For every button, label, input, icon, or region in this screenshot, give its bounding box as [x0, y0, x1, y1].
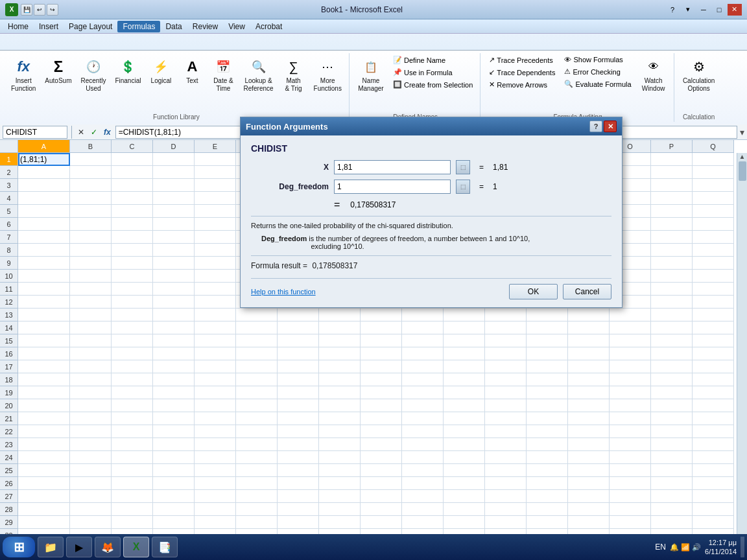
cell-j26[interactable]: [402, 477, 444, 490]
cell-b25[interactable]: [70, 464, 112, 477]
cell-k15[interactable]: [444, 334, 485, 347]
use-in-formula-button[interactable]: 📌 Use in Formula: [390, 67, 476, 78]
cell-o26[interactable]: [610, 477, 651, 490]
row-header-16[interactable]: 16: [0, 347, 18, 360]
cell-c20[interactable]: [112, 399, 153, 412]
cell-f19[interactable]: [236, 386, 278, 399]
cell-f26[interactable]: [236, 477, 278, 490]
cell-k13[interactable]: [444, 309, 485, 321]
cell-b23[interactable]: [70, 438, 112, 451]
cell-i25[interactable]: [361, 464, 402, 477]
cell-b4[interactable]: [70, 192, 112, 205]
cell-l21[interactable]: [485, 412, 527, 425]
cell-p13[interactable]: [651, 309, 693, 321]
cell-h21[interactable]: [319, 412, 361, 425]
cell-l19[interactable]: [485, 386, 527, 399]
cell-l27[interactable]: [485, 490, 527, 503]
cell-p3[interactable]: [651, 179, 693, 192]
cell-b22[interactable]: [70, 425, 112, 438]
cell-e23[interactable]: [195, 438, 236, 451]
cell-a29[interactable]: [18, 516, 70, 529]
cell-j24[interactable]: [402, 451, 444, 464]
cell-l17[interactable]: [485, 360, 527, 373]
cell-d18[interactable]: [153, 373, 195, 386]
trace-dependents-button[interactable]: ↙ Trace Dependents: [486, 67, 558, 78]
cell-f23[interactable]: [236, 438, 278, 451]
col-header-q[interactable]: Q: [693, 140, 734, 153]
cell-b15[interactable]: [70, 334, 112, 347]
menu-formulas[interactable]: Formulas: [117, 21, 160, 32]
cell-g26[interactable]: [278, 477, 319, 490]
cell-k19[interactable]: [444, 386, 485, 399]
cell-b26[interactable]: [70, 477, 112, 490]
cell-f20[interactable]: [236, 399, 278, 412]
cell-e17[interactable]: [195, 360, 236, 373]
cell-k20[interactable]: [444, 399, 485, 412]
cell-e1[interactable]: [195, 153, 236, 166]
cell-o20[interactable]: [610, 399, 651, 412]
cell-q19[interactable]: [693, 386, 734, 399]
cell-e28[interactable]: [195, 503, 236, 516]
cell-k27[interactable]: [444, 490, 485, 503]
cell-k25[interactable]: [444, 464, 485, 477]
row-header-22[interactable]: 22: [0, 425, 18, 438]
cell-c21[interactable]: [112, 412, 153, 425]
cell-a11[interactable]: [18, 283, 70, 296]
row-header-28[interactable]: 28: [0, 503, 18, 516]
cell-j25[interactable]: [402, 464, 444, 477]
cell-k21[interactable]: [444, 412, 485, 425]
menu-insert[interactable]: Insert: [34, 21, 64, 32]
cell-i18[interactable]: [361, 373, 402, 386]
cell-i20[interactable]: [361, 399, 402, 412]
cell-n15[interactable]: [568, 334, 610, 347]
cell-f27[interactable]: [236, 490, 278, 503]
cell-n22[interactable]: [568, 425, 610, 438]
cell-j20[interactable]: [402, 399, 444, 412]
cell-g14[interactable]: [278, 321, 319, 334]
cell-p8[interactable]: [651, 244, 693, 257]
row-header-9[interactable]: 9: [0, 257, 18, 270]
cell-d8[interactable]: [153, 244, 195, 257]
cell-o18[interactable]: [610, 373, 651, 386]
cell-m28[interactable]: [527, 503, 568, 516]
cell-i28[interactable]: [361, 503, 402, 516]
cell-k29[interactable]: [444, 516, 485, 529]
cell-l25[interactable]: [485, 464, 527, 477]
cell-k14[interactable]: [444, 321, 485, 334]
insert-function-button[interactable]: fx InsertFunction: [8, 54, 39, 95]
cell-a7[interactable]: [18, 231, 70, 244]
cell-p29[interactable]: [651, 516, 693, 529]
cell-b2[interactable]: [70, 166, 112, 179]
cell-e21[interactable]: [195, 412, 236, 425]
cell-e26[interactable]: [195, 477, 236, 490]
cell-c6[interactable]: [112, 218, 153, 231]
cell-q2[interactable]: [693, 166, 734, 179]
cell-q18[interactable]: [693, 373, 734, 386]
cell-e8[interactable]: [195, 244, 236, 257]
cell-q17[interactable]: [693, 360, 734, 373]
cell-g23[interactable]: [278, 438, 319, 451]
recently-used-button[interactable]: 🕐 RecentlyUsed: [78, 54, 110, 95]
menu-home[interactable]: Home: [3, 21, 34, 32]
cell-k26[interactable]: [444, 477, 485, 490]
cell-a12[interactable]: [18, 296, 70, 309]
cell-o27[interactable]: [610, 490, 651, 503]
text-button[interactable]: A Text: [178, 54, 206, 87]
cell-h20[interactable]: [319, 399, 361, 412]
cell-q14[interactable]: [693, 321, 734, 334]
cell-f15[interactable]: [236, 334, 278, 347]
cell-d29[interactable]: [153, 516, 195, 529]
cell-p16[interactable]: [651, 347, 693, 360]
cell-g27[interactable]: [278, 490, 319, 503]
cell-p6[interactable]: [651, 218, 693, 231]
cell-q1[interactable]: [693, 153, 734, 166]
cell-a5[interactable]: [18, 205, 70, 218]
row-header-29[interactable]: 29: [0, 516, 18, 529]
cell-p12[interactable]: [651, 296, 693, 309]
cell-h19[interactable]: [319, 386, 361, 399]
maximize-button[interactable]: □: [712, 4, 726, 16]
cell-o23[interactable]: [610, 438, 651, 451]
cell-d20[interactable]: [153, 399, 195, 412]
cell-p18[interactable]: [651, 373, 693, 386]
ribbon-toggle[interactable]: ▾: [681, 4, 695, 16]
